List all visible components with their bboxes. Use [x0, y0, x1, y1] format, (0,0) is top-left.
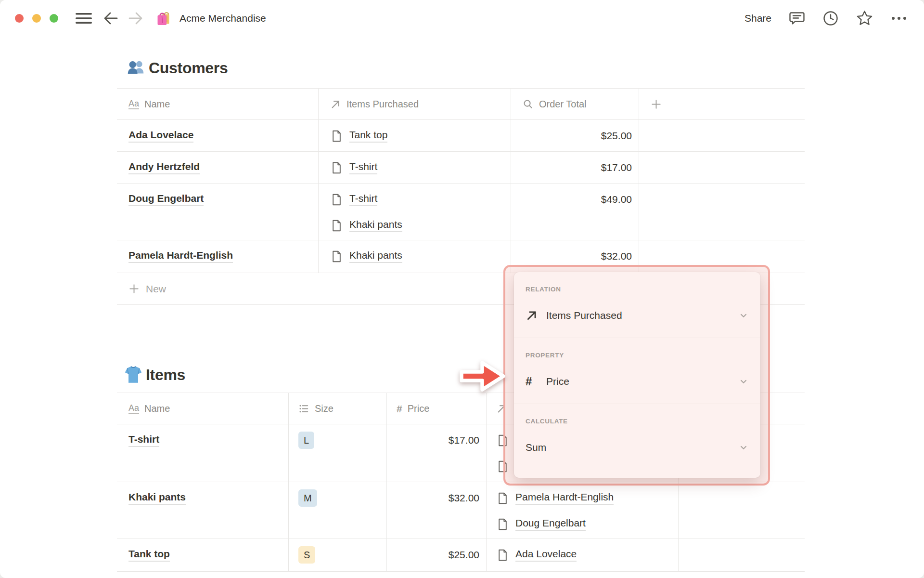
name-cell[interactable]: T-shirt [117, 424, 289, 482]
column-header-name[interactable]: AaName [117, 89, 319, 119]
more-options-icon[interactable] [890, 15, 908, 21]
sidebar-menu-icon[interactable] [76, 12, 92, 25]
page-mention[interactable]: Ada Lovelace [496, 542, 678, 568]
number-icon: # [526, 376, 532, 387]
column-header-order-total[interactable]: Order Total [511, 89, 639, 119]
close-window-button[interactable] [15, 14, 24, 23]
empty-cell[interactable] [679, 482, 805, 539]
name-cell[interactable]: Doug Engelbart [117, 184, 319, 240]
chevron-down-icon [739, 443, 748, 452]
price-cell[interactable]: $17.00 [387, 424, 487, 482]
price-cell[interactable]: $25.00 [387, 539, 487, 571]
order-total-cell[interactable]: $49.00 [511, 184, 639, 240]
page-mention[interactable]: T-shirt [330, 155, 511, 181]
size-tag: L [298, 432, 314, 449]
table-row: Tank topS$25.00Ada Lovelace [117, 539, 805, 572]
popup-dropdown[interactable]: #Price [526, 371, 748, 392]
relation-icon [330, 99, 341, 110]
popup-section-label: RELATION [526, 286, 748, 293]
page-icon [330, 130, 343, 143]
name-cell[interactable]: Andy Hertzfeld [117, 152, 319, 183]
section-title: Items [146, 366, 185, 384]
section-title: Customers [149, 59, 228, 77]
share-button[interactable]: Share [744, 13, 771, 24]
size-tag: S [298, 546, 315, 564]
price-cell[interactable]: $32.00 [387, 482, 487, 539]
popup-section-label: CALCULATE [526, 418, 748, 425]
empty-cell[interactable] [639, 184, 805, 240]
popup-dropdown[interactable]: Sum [526, 437, 748, 458]
order-total-cell[interactable]: $17.00 [511, 152, 639, 183]
page-icon [496, 492, 509, 505]
titlebar: Acme Merchandise Share [0, 0, 924, 37]
chevron-down-icon [739, 377, 748, 386]
table-row: Doug EngelbartT-shirtKhaki pants$49.00 [117, 184, 805, 240]
popup-section-relation: RELATIONItems Purchased [514, 272, 760, 338]
column-header-plus-icon[interactable] [639, 89, 805, 119]
column-header-name[interactable]: AaName [117, 393, 289, 424]
page-mention[interactable]: Pamela Hardt-English [496, 485, 678, 511]
page-mention[interactable]: Khaki pants [330, 212, 511, 238]
customers-section-heading: Customers [126, 57, 228, 79]
page-mention[interactable]: Doug Engelbart [496, 511, 678, 537]
annotation-arrow-icon [458, 357, 506, 395]
items-purchased-cell[interactable]: T-shirt [319, 152, 511, 183]
popup-section-property: PROPERTY#Price [514, 338, 760, 404]
items-purchased-cell[interactable]: Tank top [319, 120, 511, 151]
app-window: Acme Merchandise Share [0, 0, 924, 578]
table-row: Khaki pantsM$32.00Pamela Hardt-EnglishDo… [117, 482, 805, 539]
page-icon [330, 250, 343, 263]
zoom-window-button[interactable] [50, 14, 58, 23]
empty-cell[interactable] [679, 539, 805, 571]
name-cell[interactable]: Ada Lovelace [117, 120, 319, 151]
plus-icon [128, 283, 140, 294]
rollup-search-icon [523, 99, 534, 110]
page-mention[interactable]: T-shirt [330, 186, 511, 212]
text-icon: Aa [128, 99, 139, 109]
chevron-down-icon [739, 311, 748, 320]
name-cell[interactable]: Khaki pants [117, 482, 289, 539]
empty-cell[interactable] [639, 152, 805, 183]
table-header-row: AaNameItems PurchasedOrder Total [117, 88, 805, 120]
forward-icon[interactable] [128, 12, 143, 25]
comments-icon[interactable] [789, 10, 805, 26]
text-icon: Aa [128, 404, 139, 414]
shopping-bags-icon [155, 10, 173, 27]
name-cell[interactable]: Tank top [117, 539, 289, 571]
column-header-size[interactable]: Size [289, 393, 387, 424]
column-header-price[interactable]: #Price [387, 393, 487, 424]
page-icon [330, 193, 343, 206]
size-cell[interactable]: M [289, 482, 387, 539]
column-header-items-purchased[interactable]: Items Purchased [319, 89, 511, 119]
popup-section-calculate: CALCULATESum [514, 404, 760, 470]
relation-icon [526, 309, 538, 322]
size-cell[interactable]: S [289, 539, 387, 571]
table-row: Ada LovelaceTank top$25.00 [117, 120, 805, 152]
order-total-cell[interactable]: $25.00 [511, 120, 639, 151]
page-mention[interactable]: Tank top [330, 123, 511, 149]
page-icon [496, 549, 509, 562]
name-cell[interactable]: Pamela Hardt-English [117, 240, 319, 273]
tshirt-emoji [123, 365, 143, 385]
customers-cell[interactable]: Pamela Hardt-EnglishDoug Engelbart [487, 482, 679, 539]
number-icon: # [397, 404, 402, 414]
page-mention[interactable]: Khaki pants [330, 243, 511, 269]
popup-dropdown[interactable]: Items Purchased [526, 305, 748, 326]
items-section-heading: Items [123, 364, 185, 385]
page-icon [496, 518, 509, 531]
customers-cell[interactable]: Ada Lovelace [487, 539, 679, 571]
select-list-icon [298, 403, 309, 414]
page-icon [330, 219, 343, 232]
items-purchased-cell[interactable]: T-shirtKhaki pants [319, 184, 511, 240]
size-cell[interactable]: L [289, 424, 387, 482]
people-emoji [126, 58, 146, 78]
favorite-star-icon[interactable] [856, 10, 873, 26]
page-icon [330, 161, 343, 174]
items-purchased-cell[interactable]: Khaki pants [319, 240, 511, 273]
minimize-window-button[interactable] [32, 14, 41, 23]
empty-cell[interactable] [639, 120, 805, 151]
updates-clock-icon[interactable] [822, 10, 839, 26]
table-row: Andy HertzfeldT-shirt$17.00 [117, 152, 805, 184]
back-icon[interactable] [103, 12, 118, 25]
rollup-config-popup: RELATIONItems PurchasedPROPERTY#PriceCAL… [514, 272, 760, 478]
